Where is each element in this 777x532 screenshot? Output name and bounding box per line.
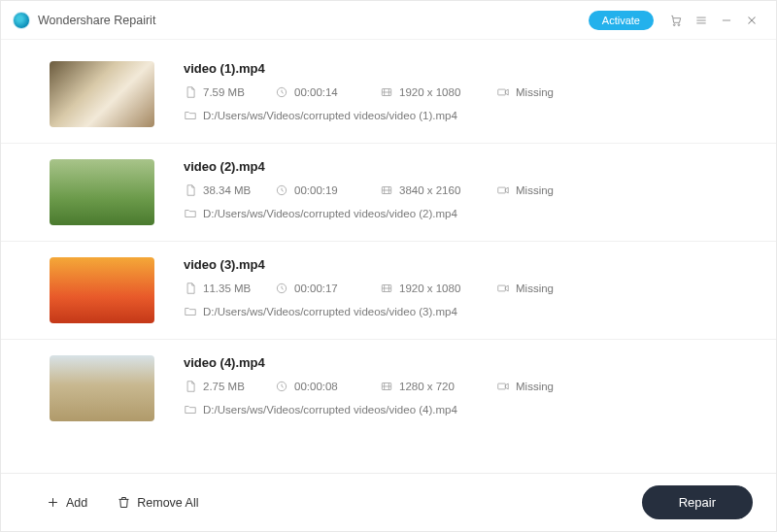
folder-icon [184, 109, 197, 122]
file-size: 11.35 MB [184, 282, 275, 295]
video-thumbnail[interactable] [50, 355, 154, 421]
folder-icon [184, 207, 197, 220]
file-size: 38.34 MB [184, 183, 275, 197]
file-status: Missing [496, 282, 554, 295]
file-resolution-value: 1280 x 720 [399, 381, 455, 392]
file-icon [184, 85, 197, 99]
file-info: video (4).mp4 2.75 MB 00:00:08 1280 x 72… [184, 355, 749, 416]
clock-icon [275, 380, 288, 393]
file-resolution: 1920 x 1080 [380, 282, 496, 295]
camera-icon [496, 282, 510, 295]
file-name: video (1).mp4 [184, 61, 749, 76]
clock-icon [275, 183, 288, 197]
file-meta-row: 2.75 MB 00:00:08 1280 x 720 Missing [184, 380, 749, 393]
file-icon [184, 183, 197, 197]
file-path: D:/Users/ws/Videos/corrupted videos/vide… [184, 207, 749, 220]
file-status: Missing [496, 380, 554, 393]
file-status-value: Missing [516, 184, 554, 196]
svg-rect-10 [498, 89, 506, 95]
file-duration-value: 00:00:17 [294, 283, 338, 294]
file-duration: 00:00:08 [275, 380, 380, 393]
file-info: video (1).mp4 7.59 MB 00:00:14 1920 x 10… [184, 61, 749, 122]
resolution-icon [380, 282, 393, 295]
file-size-value: 11.35 MB [203, 283, 251, 294]
file-row[interactable]: video (4).mp4 2.75 MB 00:00:08 1280 x 72… [1, 340, 776, 437]
file-row[interactable]: video (1).mp4 7.59 MB 00:00:14 1920 x 10… [1, 46, 776, 144]
activate-button[interactable]: Activate [589, 11, 654, 30]
file-meta-row: 11.35 MB 00:00:17 1920 x 1080 Missing [184, 282, 749, 295]
file-icon [184, 282, 197, 295]
svg-rect-19 [498, 383, 506, 389]
remove-all-label: Remove All [137, 496, 198, 510]
file-path-value: D:/Users/ws/Videos/corrupted videos/vide… [203, 110, 457, 121]
file-resolution: 1280 x 720 [380, 380, 496, 393]
file-meta-row: 38.34 MB 00:00:19 3840 x 2160 Missing [184, 183, 749, 197]
file-duration: 00:00:17 [275, 282, 380, 295]
file-icon [184, 380, 197, 393]
close-icon[interactable] [739, 8, 764, 33]
file-resolution: 1920 x 1080 [380, 85, 496, 99]
file-path-value: D:/Users/ws/Videos/corrupted videos/vide… [203, 404, 457, 416]
cart-icon[interactable] [663, 8, 689, 33]
menu-icon[interactable] [689, 8, 714, 33]
file-resolution-value: 3840 x 2160 [399, 184, 460, 196]
file-duration-value: 00:00:08 [294, 381, 338, 392]
camera-icon [496, 380, 510, 393]
file-resolution: 3840 x 2160 [380, 183, 496, 197]
file-duration: 00:00:14 [275, 85, 380, 99]
repair-button[interactable]: Repair [642, 485, 753, 519]
file-name: video (3).mp4 [184, 257, 749, 272]
plus-icon [46, 495, 60, 510]
file-status-value: Missing [516, 283, 554, 294]
file-path-value: D:/Users/ws/Videos/corrupted videos/vide… [203, 208, 457, 219]
app-title: Wondershare Repairit [38, 14, 155, 27]
folder-icon [184, 403, 197, 416]
titlebar: Wondershare Repairit Activate [1, 1, 776, 40]
clock-icon [275, 282, 288, 295]
file-size: 2.75 MB [184, 380, 275, 393]
file-info: video (2).mp4 38.34 MB 00:00:19 3840 x 2… [184, 159, 749, 220]
svg-rect-13 [498, 187, 506, 193]
file-row[interactable]: video (3).mp4 11.35 MB 00:00:17 1920 x 1… [1, 242, 776, 340]
file-size-value: 38.34 MB [203, 184, 251, 196]
file-status-value: Missing [516, 381, 554, 392]
file-duration-value: 00:00:14 [294, 86, 338, 98]
file-status: Missing [496, 183, 554, 197]
camera-icon [496, 85, 510, 99]
resolution-icon [380, 85, 393, 99]
add-label: Add [66, 496, 87, 510]
folder-icon [184, 305, 197, 318]
footer-bar: Add Remove All Repair [1, 473, 776, 531]
file-list[interactable]: video (1).mp4 7.59 MB 00:00:14 1920 x 10… [1, 40, 776, 473]
file-duration: 00:00:19 [275, 183, 380, 197]
file-size-value: 2.75 MB [203, 381, 245, 392]
file-resolution-value: 1920 x 1080 [399, 86, 460, 98]
video-thumbnail[interactable] [50, 159, 154, 225]
file-resolution-value: 1920 x 1080 [399, 283, 460, 294]
minimize-icon[interactable] [714, 8, 739, 33]
file-name: video (2).mp4 [184, 159, 749, 174]
file-path: D:/Users/ws/Videos/corrupted videos/vide… [184, 305, 749, 318]
clock-icon [275, 85, 288, 99]
video-thumbnail[interactable] [50, 257, 154, 323]
file-status: Missing [496, 85, 554, 99]
resolution-icon [380, 380, 393, 393]
file-size: 7.59 MB [184, 85, 275, 99]
svg-point-1 [678, 23, 680, 25]
app-logo-icon [13, 12, 30, 29]
file-row[interactable]: video (2).mp4 38.34 MB 00:00:19 3840 x 2… [1, 144, 776, 242]
add-button[interactable]: Add [42, 491, 91, 514]
file-path: D:/Users/ws/Videos/corrupted videos/vide… [184, 109, 749, 122]
svg-rect-16 [498, 285, 506, 291]
file-meta-row: 7.59 MB 00:00:14 1920 x 1080 Missing [184, 85, 749, 99]
remove-all-button[interactable]: Remove All [113, 491, 202, 514]
resolution-icon [380, 183, 393, 197]
svg-point-0 [673, 23, 675, 25]
video-thumbnail[interactable] [50, 61, 154, 127]
file-duration-value: 00:00:19 [294, 184, 338, 196]
file-path-value: D:/Users/ws/Videos/corrupted videos/vide… [203, 306, 457, 317]
file-info: video (3).mp4 11.35 MB 00:00:17 1920 x 1… [184, 257, 749, 318]
file-status-value: Missing [516, 86, 554, 98]
file-size-value: 7.59 MB [203, 86, 245, 98]
app-window: Wondershare Repairit Activate video (1).… [0, 0, 777, 532]
